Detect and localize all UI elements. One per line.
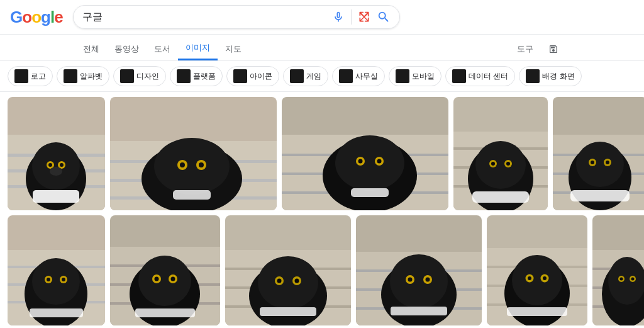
filter-chip[interactable]: 데이터 센터	[445, 66, 515, 86]
image-card[interactable]: 나무위키 구글 - 나무위키	[110, 97, 277, 210]
chip-label: 아이콘	[250, 71, 272, 82]
filter-chip[interactable]: 아이콘	[226, 66, 279, 86]
svg-point-9	[48, 163, 52, 167]
filter-chip[interactable]: 배경 화면	[519, 66, 581, 86]
svg-rect-120	[507, 307, 567, 316]
svg-point-91	[258, 256, 318, 309]
svg-point-118	[528, 276, 531, 280]
svg-point-82	[155, 277, 159, 281]
svg-point-107	[426, 278, 430, 282]
save-icon	[548, 44, 558, 54]
svg-point-58	[591, 161, 594, 164]
filter-chip[interactable]: 게임	[283, 66, 328, 86]
svg-point-115	[512, 255, 562, 305]
svg-point-43	[475, 141, 526, 189]
divider	[351, 9, 352, 25]
svg-point-103	[390, 254, 448, 308]
chip-thumbnail	[120, 69, 134, 83]
nav-more[interactable]	[249, 44, 264, 54]
filter-chip[interactable]: 디자인	[113, 66, 166, 86]
svg-point-94	[277, 279, 282, 283]
svg-point-23	[199, 162, 204, 167]
chip-thumbnail	[233, 69, 247, 83]
save-button[interactable]	[541, 39, 569, 59]
chip-label: 알파벳	[80, 71, 103, 82]
image-card[interactable]: 모비인사이드 행복한 회사가 어디 있나요) 구글코리아,...	[487, 215, 587, 325]
svg-rect-96	[260, 307, 316, 316]
nav-all[interactable]: 전체	[75, 38, 107, 60]
svg-point-95	[295, 279, 299, 283]
svg-point-31	[335, 135, 404, 191]
lens-button[interactable]	[358, 11, 370, 23]
image-card[interactable]: 위키백과 구글 검색 - 위키백과, 우...	[553, 97, 644, 210]
svg-point-55	[576, 142, 624, 187]
chip-label: 디자인	[136, 71, 159, 82]
image-card[interactable]: 나무위키 구글 - 나무위키	[282, 97, 448, 210]
google-logo[interactable]: Google	[10, 8, 63, 27]
chip-label: 게임	[306, 71, 321, 82]
svg-rect-48	[472, 191, 529, 203]
svg-point-35	[377, 159, 382, 164]
chip-thumbnail	[290, 69, 304, 83]
nav-books[interactable]: 도서	[147, 38, 178, 60]
image-row-1: 나무위키 구글 - 나무위키	[8, 97, 636, 210]
svg-rect-24	[173, 190, 211, 200]
svg-point-19	[154, 138, 230, 195]
mic-button[interactable]	[332, 11, 345, 23]
chips-bar: 로고알파벳디자인플랫폼아이콘게임사무실모바일데이터 센터배경 화면	[0, 61, 644, 92]
svg-point-67	[32, 258, 80, 305]
image-card[interactable]: 코레이즈 Google Workspace 공식 ...	[110, 215, 220, 325]
search-input[interactable]	[82, 11, 326, 23]
image-card[interactable]: 디지 구글(goo...	[592, 215, 644, 325]
svg-point-119	[543, 276, 547, 280]
image-card[interactable]: 나무위키 구글 - 나무위키	[8, 97, 105, 210]
filter-chip[interactable]: 모바일	[389, 66, 441, 86]
image-card[interactable]: 지디넷코리아 누구나 제약없이 일하는 '구글코리아' 새 ...	[356, 215, 482, 325]
svg-rect-12	[33, 190, 79, 203]
image-row-2: www.street.co.kr 구글 크롬, 8년 만에 로고 ...	[8, 215, 636, 325]
svg-rect-108	[391, 307, 447, 315]
svg-point-10	[60, 163, 64, 167]
nav-video[interactable]: 동영상	[107, 38, 147, 60]
nav-images[interactable]: 이미지	[178, 37, 218, 60]
chip-thumbnail	[14, 69, 28, 83]
filter-chip[interactable]: 알파벳	[57, 66, 109, 86]
svg-point-34	[358, 159, 363, 164]
chip-thumbnail	[64, 69, 77, 83]
chip-thumbnail	[396, 69, 409, 83]
svg-point-46	[491, 162, 495, 166]
chip-label: 배경 화면	[542, 71, 574, 82]
image-card[interactable]: www.street.co.kr 구글 크롬, 8년 만에 로고 ...	[8, 215, 105, 325]
search-button[interactable]	[377, 10, 391, 24]
nav-maps[interactable]: 지도	[218, 38, 249, 60]
svg-rect-84	[135, 308, 195, 317]
filter-chip[interactable]: 플랫폼	[170, 66, 223, 86]
chip-thumbnail	[526, 69, 540, 83]
svg-rect-36	[351, 188, 389, 197]
chip-label: 로고	[31, 71, 46, 82]
svg-point-11	[50, 167, 62, 176]
nav-tools[interactable]: 도구	[509, 38, 541, 60]
nav-right: 도구	[509, 38, 569, 60]
image-card[interactable]: 슈퍼루키 구글, 신이 되고자 하는 회사! (1편) · 20...	[225, 215, 351, 325]
chip-label: 데이터 센터	[469, 71, 508, 82]
svg-point-130	[620, 278, 623, 281]
header: Google	[0, 0, 644, 35]
svg-point-79	[138, 256, 191, 306]
nav: 전체 동영상 도서 이미지 지도 도구	[0, 35, 644, 61]
svg-point-83	[171, 277, 175, 281]
image-card[interactable]: 브런치 G'ood renewal. Google!	[453, 97, 548, 210]
chip-label: 플랫폼	[193, 71, 216, 82]
chip-thumbnail	[452, 69, 466, 83]
svg-point-22	[180, 162, 185, 167]
chip-label: 모바일	[412, 71, 435, 82]
filter-chip[interactable]: 로고	[8, 66, 53, 86]
svg-point-59	[606, 161, 609, 164]
search-box	[73, 5, 400, 29]
svg-rect-60	[570, 190, 630, 201]
chip-label: 사무실	[355, 71, 378, 82]
svg-rect-72	[30, 308, 83, 317]
svg-point-70	[47, 278, 50, 281]
chip-thumbnail	[177, 69, 191, 83]
filter-chip[interactable]: 사무실	[332, 66, 385, 86]
